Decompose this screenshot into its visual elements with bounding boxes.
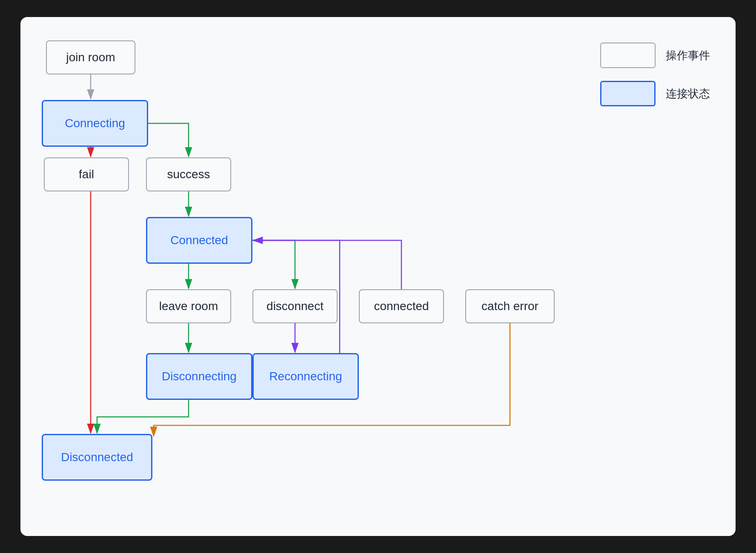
connected-event-node: connected — [359, 289, 444, 323]
legend-event-box — [600, 43, 656, 68]
success-event-node: success — [146, 157, 231, 191]
legend-event-label: 操作事件 — [666, 48, 710, 63]
connecting-state-node: Connecting — [42, 100, 148, 147]
disconnecting-state-node: Disconnecting — [146, 353, 252, 400]
leave-room-event-node: leave room — [146, 289, 231, 323]
disconnected-state-node: Disconnected — [42, 434, 152, 481]
fail-event-node: fail — [44, 157, 129, 191]
reconnecting-state-node: Reconnecting — [252, 353, 359, 400]
legend-state-label: 连接状态 — [666, 86, 710, 101]
catch-error-event-node: catch error — [465, 289, 555, 323]
disconnect-event-node: disconnect — [252, 289, 338, 323]
legend-state-item: 连接状态 — [600, 81, 710, 106]
legend: 操作事件 连接状态 — [600, 43, 710, 106]
join-room-node: join room — [46, 40, 135, 74]
diagram-container: join room Connecting fail success Connec… — [20, 17, 736, 536]
connected-state-node: Connected — [146, 217, 252, 264]
legend-event-item: 操作事件 — [600, 43, 710, 68]
legend-state-box — [600, 81, 656, 106]
